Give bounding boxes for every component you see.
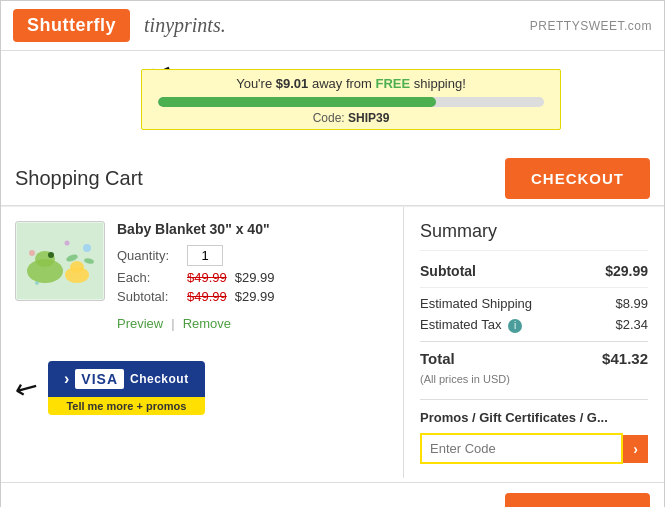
- cart-header-row: Shopping Cart CHECKOUT: [1, 148, 664, 206]
- shipping-summary-label: Estimated Shipping: [420, 296, 532, 311]
- each-original-price: $49.99: [187, 270, 227, 285]
- progress-bar-fill: [158, 97, 436, 107]
- summary-title: Summary: [420, 221, 648, 251]
- cart-items: Baby Blanket 30" x 40" Quantity: Each: $…: [1, 207, 404, 478]
- summary-panel: Summary Subtotal $29.99 Estimated Shippi…: [404, 207, 664, 478]
- shutterfly-logo: Shutterfly: [13, 9, 130, 42]
- promo-section: Promos / Gift Certificates / G... ›: [420, 399, 648, 464]
- cart-item: Baby Blanket 30" x 40" Quantity: Each: $…: [15, 221, 389, 331]
- link-separator: |: [171, 316, 174, 331]
- shipping-message: You're $9.01 away from FREE shipping!: [158, 76, 544, 91]
- tax-info-icon[interactable]: i: [508, 319, 522, 333]
- tax-summary-value: $2.34: [615, 317, 648, 333]
- item-name: Baby Blanket 30" x 40": [117, 221, 389, 237]
- shipping-code-value: SHIP39: [348, 111, 389, 125]
- visa-checkout-label: Checkout: [130, 372, 189, 386]
- quantity-row: Quantity:: [117, 245, 389, 266]
- quantity-label: Quantity:: [117, 248, 187, 263]
- checkout-button-top[interactable]: CHECKOUT: [505, 158, 650, 199]
- each-row: Each: $49.99 $29.99: [117, 270, 389, 285]
- subtotal-label: Subtotal:: [117, 289, 187, 304]
- svg-point-7: [83, 244, 91, 252]
- each-label: Each:: [117, 270, 187, 285]
- subtotal-sale-price: $29.99: [235, 289, 275, 304]
- tinyprints-logo: tinyprints.: [144, 14, 226, 37]
- shipping-middle: away from: [308, 76, 375, 91]
- product-image: [17, 223, 103, 299]
- subtotal-row: Subtotal: $49.99 $29.99: [117, 289, 389, 304]
- domain-label: PRETTYSWEET.com: [530, 19, 652, 33]
- total-summary-value: $41.32: [602, 350, 648, 367]
- promo-submit-button[interactable]: ›: [623, 435, 648, 463]
- remove-link[interactable]: Remove: [183, 316, 231, 331]
- main-content: Baby Blanket 30" x 40" Quantity: Each: $…: [1, 206, 664, 478]
- page-wrapper: Shutterfly tinyprints. PRETTYSWEET.com ↙…: [0, 0, 665, 507]
- subtotal-original-price: $49.99: [187, 289, 227, 304]
- visa-chevron-icon: ›: [64, 370, 69, 388]
- checkout-button-bottom[interactable]: CHECKOUT: [505, 493, 650, 507]
- shipping-suffix: shipping!: [410, 76, 466, 91]
- item-details: Baby Blanket 30" x 40" Quantity: Each: $…: [117, 221, 389, 331]
- shipping-amount: $9.01: [276, 76, 309, 91]
- shipping-summary-value: $8.99: [615, 296, 648, 311]
- shipping-code-label: Code:: [313, 111, 348, 125]
- tax-summary-label: Estimated Tax i: [420, 317, 522, 333]
- subtotal-summary-value: $29.99: [605, 263, 648, 279]
- item-links: Preview | Remove: [117, 316, 389, 331]
- svg-point-5: [70, 261, 84, 273]
- tax-summary-row: Estimated Tax i $2.34: [420, 317, 648, 333]
- preview-link[interactable]: Preview: [117, 316, 163, 331]
- shipping-summary-row: Estimated Shipping $8.99: [420, 296, 648, 311]
- each-sale-price: $29.99: [235, 270, 275, 285]
- shipping-free-label: FREE: [376, 76, 411, 91]
- subtotal-summary-row: Subtotal $29.99: [420, 263, 648, 288]
- total-summary-label: Total: [420, 350, 455, 367]
- promo-title: Promos / Gift Certificates / G...: [420, 410, 648, 425]
- banner-area: ↙ You're $9.01 away from FREE shipping! …: [1, 51, 664, 148]
- header: Shutterfly tinyprints. PRETTYSWEET.com: [1, 1, 664, 51]
- shipping-code: Code: SHIP39: [158, 111, 544, 125]
- shipping-banner: You're $9.01 away from FREE shipping! Co…: [141, 69, 561, 130]
- progress-bar-wrap: [158, 97, 544, 107]
- visa-section: ↙ › VISA Checkout Tell me more + promos: [15, 361, 389, 415]
- cart-title: Shopping Cart: [15, 167, 143, 190]
- total-note: (All prices in USD): [420, 373, 648, 385]
- visa-logo: VISA: [75, 369, 124, 389]
- total-summary-row: Total $41.32: [420, 341, 648, 367]
- svg-point-9: [35, 281, 39, 285]
- promo-code-input[interactable]: [420, 433, 623, 464]
- visa-btn-top[interactable]: › VISA Checkout: [48, 361, 205, 397]
- svg-point-6: [29, 250, 35, 256]
- item-thumbnail: [15, 221, 105, 301]
- quantity-input[interactable]: [187, 245, 223, 266]
- visa-checkout-button[interactable]: › VISA Checkout Tell me more + promos: [48, 361, 205, 415]
- shipping-prefix: You're: [236, 76, 276, 91]
- visa-promo-label[interactable]: Tell me more + promos: [48, 397, 205, 415]
- bottom-checkout-row: CHECKOUT: [1, 482, 664, 507]
- visa-arrow-icon: ↙: [8, 367, 44, 407]
- promo-input-row: ›: [420, 433, 648, 464]
- svg-point-3: [48, 252, 54, 258]
- subtotal-summary-label: Subtotal: [420, 263, 476, 279]
- svg-point-8: [65, 241, 70, 246]
